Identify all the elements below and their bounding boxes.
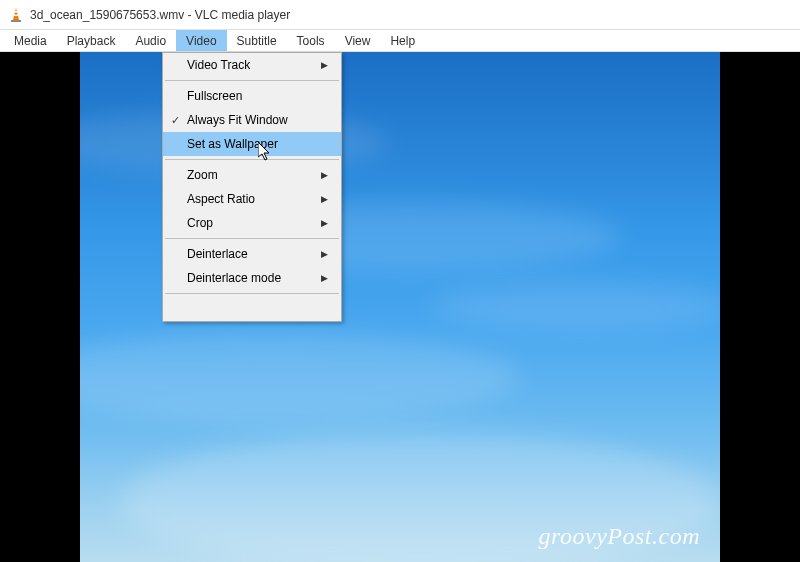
- menu-separator: [165, 293, 339, 294]
- menu-subtitle[interactable]: Subtitle: [227, 30, 287, 51]
- menu-label: Tools: [297, 34, 325, 48]
- menu-label: Video: [186, 34, 216, 48]
- cloud-decoration: [80, 332, 520, 422]
- menuitem-always-fit-window[interactable]: ✓ Always Fit Window: [163, 108, 341, 132]
- menu-label: Help: [390, 34, 415, 48]
- submenu-arrow-icon: ▶: [321, 273, 333, 283]
- menuitem-label: Crop: [187, 216, 321, 230]
- app-window: 3d_ocean_1590675653.wmv - VLC media play…: [0, 0, 800, 562]
- menuitem-label: Set as Wallpaper: [187, 137, 321, 151]
- submenu-arrow-icon: ▶: [321, 194, 333, 204]
- menu-playback[interactable]: Playback: [57, 30, 126, 51]
- menu-help[interactable]: Help: [380, 30, 425, 51]
- menu-separator: [165, 80, 339, 81]
- menuitem-label: Deinterlace mode: [187, 271, 321, 285]
- menuitem-crop[interactable]: Crop ▶: [163, 211, 341, 235]
- check-icon: ✓: [163, 114, 187, 127]
- menuitem-set-as-wallpaper[interactable]: Set as Wallpaper: [163, 132, 341, 156]
- video-dropdown-menu: Video Track ▶ Fullscreen ✓ Always Fit Wi…: [162, 52, 342, 322]
- menuitem-deinterlace-mode[interactable]: Deinterlace mode ▶: [163, 266, 341, 290]
- watermark: groovyPost.com: [539, 523, 700, 550]
- menu-label: Subtitle: [237, 34, 277, 48]
- menu-label: Media: [14, 34, 47, 48]
- menuitem-label: Fullscreen: [187, 89, 321, 103]
- menuitem-label: Deinterlace: [187, 247, 321, 261]
- menu-label: Audio: [135, 34, 166, 48]
- video-area: groovyPost.com: [0, 52, 800, 562]
- menuitem-label: Video Track: [187, 58, 321, 72]
- menu-audio[interactable]: Audio: [125, 30, 176, 51]
- svg-rect-3: [11, 20, 21, 22]
- menuitem-label: Zoom: [187, 168, 321, 182]
- menuitem-video-track[interactable]: Video Track ▶: [163, 53, 341, 77]
- vlc-cone-icon: [8, 7, 24, 23]
- window-title: 3d_ocean_1590675653.wmv - VLC media play…: [30, 8, 290, 22]
- menu-view[interactable]: View: [335, 30, 381, 51]
- menuitem-label: Always Fit Window: [187, 113, 321, 127]
- menu-bar: Media Playback Audio Video Subtitle Tool…: [0, 30, 800, 52]
- menu-label: View: [345, 34, 371, 48]
- menu-separator: [165, 238, 339, 239]
- menuitem-take-snapshot[interactable]: [163, 297, 341, 321]
- menu-tools[interactable]: Tools: [287, 30, 335, 51]
- submenu-arrow-icon: ▶: [321, 170, 333, 180]
- menuitem-aspect-ratio[interactable]: Aspect Ratio ▶: [163, 187, 341, 211]
- menu-video[interactable]: Video: [176, 30, 226, 51]
- submenu-arrow-icon: ▶: [321, 249, 333, 259]
- menuitem-label: Aspect Ratio: [187, 192, 321, 206]
- menu-media[interactable]: Media: [4, 30, 57, 51]
- cloud-decoration: [430, 282, 720, 332]
- menu-label: Playback: [67, 34, 116, 48]
- menuitem-deinterlace[interactable]: Deinterlace ▶: [163, 242, 341, 266]
- title-bar: 3d_ocean_1590675653.wmv - VLC media play…: [0, 0, 800, 30]
- menuitem-fullscreen[interactable]: Fullscreen: [163, 84, 341, 108]
- submenu-arrow-icon: ▶: [321, 218, 333, 228]
- svg-marker-0: [13, 8, 19, 20]
- svg-rect-2: [13, 14, 18, 16]
- submenu-arrow-icon: ▶: [321, 60, 333, 70]
- menuitem-zoom[interactable]: Zoom ▶: [163, 163, 341, 187]
- menu-separator: [165, 159, 339, 160]
- svg-rect-1: [14, 11, 18, 13]
